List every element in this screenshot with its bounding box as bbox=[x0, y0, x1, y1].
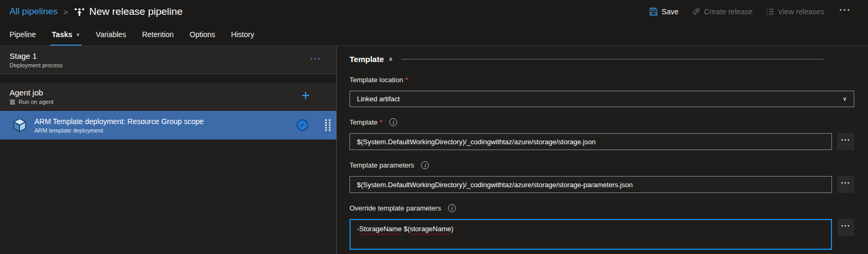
stages-panel: Stage 1 Deployment process ··· Agent job bbox=[0, 46, 337, 254]
info-icon[interactable]: i bbox=[448, 204, 456, 212]
info-icon[interactable]: i bbox=[421, 161, 429, 169]
section-title: Template bbox=[350, 55, 384, 64]
override-parameters-edit-button[interactable]: ··· bbox=[837, 219, 854, 236]
field-template: Template * i ··· bbox=[350, 118, 854, 150]
rocket-icon bbox=[692, 7, 700, 16]
panel-gap bbox=[0, 74, 336, 83]
breadcrumb-separator-icon: > bbox=[64, 7, 68, 16]
agent-icon bbox=[10, 99, 15, 105]
override-parameters-input[interactable]: -StorageName $(storageName) bbox=[350, 219, 832, 250]
tab-options[interactable]: Options bbox=[190, 23, 215, 46]
field-template-parameters: Template parameters i ··· bbox=[350, 161, 854, 193]
stage-title: Stage 1 bbox=[10, 51, 62, 60]
content-area: Stage 1 Deployment process ··· Agent job bbox=[0, 46, 868, 254]
tab-tasks-label: Tasks bbox=[52, 30, 73, 39]
task-drag-handle[interactable] bbox=[325, 119, 331, 131]
view-releases-label: View releases bbox=[778, 7, 824, 16]
save-label: Save bbox=[661, 7, 678, 16]
stage-more-button[interactable]: ··· bbox=[310, 54, 321, 66]
breadcrumb: All pipelines > New release pipeline bbox=[10, 6, 183, 17]
chevron-down-icon: ∨ bbox=[76, 32, 80, 37]
ellipsis-icon: ··· bbox=[841, 178, 851, 187]
create-release-button[interactable]: Create release bbox=[692, 6, 753, 17]
agent-job-text: Agent job Run on agent bbox=[10, 88, 53, 105]
release-pipeline-editor: All pipelines > New release pipeline bbox=[0, 0, 868, 254]
task-settings-panel: Template ∧ Template location * Linked ar… bbox=[337, 46, 868, 254]
template-section-header: Template ∧ bbox=[350, 55, 854, 64]
override-template-parameters-label: Override template parameters bbox=[350, 204, 441, 212]
template-location-dropdown[interactable]: Linked artifact ∨ bbox=[350, 91, 854, 107]
save-button[interactable]: Save bbox=[649, 6, 678, 17]
template-browse-button[interactable]: ··· bbox=[837, 133, 854, 150]
chevron-up-icon: ∧ bbox=[389, 56, 393, 63]
section-divider bbox=[401, 59, 824, 59]
template-label: Template bbox=[350, 118, 378, 126]
template-section-toggle[interactable]: Template ∧ bbox=[350, 55, 393, 64]
tab-history-label: History bbox=[231, 30, 254, 39]
command-bar: Save Create release View bbox=[649, 5, 853, 18]
field-template-location: Template location * Linked artifact ∨ bbox=[350, 75, 854, 107]
template-parameters-label: Template parameters bbox=[350, 161, 414, 169]
task-item-arm-template-deployment[interactable]: ARM Template deployment: Resource Group … bbox=[0, 111, 336, 139]
save-icon bbox=[649, 7, 658, 16]
ellipsis-icon: ··· bbox=[841, 135, 851, 144]
tab-retention-label: Retention bbox=[142, 30, 174, 39]
breadcrumb-all-pipelines-link[interactable]: All pipelines bbox=[10, 6, 58, 17]
info-icon[interactable]: i bbox=[389, 118, 397, 126]
task-text: ARM Template deployment: Resource Group … bbox=[34, 117, 297, 134]
plus-icon: + bbox=[301, 87, 310, 103]
required-marker: * bbox=[380, 118, 382, 126]
ellipsis-icon: ··· bbox=[310, 54, 321, 63]
template-parameters-browse-button[interactable]: ··· bbox=[837, 176, 854, 193]
tab-retention[interactable]: Retention bbox=[142, 23, 174, 46]
agent-job-title: Agent job bbox=[10, 88, 53, 97]
stage-subtitle: Deployment process bbox=[10, 62, 62, 68]
page-title: New release pipeline bbox=[90, 6, 183, 17]
task-subtitle: ARM template deployment bbox=[34, 127, 297, 134]
required-marker: * bbox=[405, 76, 408, 84]
tab-history[interactable]: History bbox=[231, 23, 254, 46]
release-pipeline-icon bbox=[74, 7, 85, 17]
ellipsis-icon: ··· bbox=[841, 221, 851, 230]
arm-template-cube-icon bbox=[12, 117, 28, 133]
task-title: ARM Template deployment: Resource Group … bbox=[34, 117, 297, 126]
ellipsis-icon: ··· bbox=[839, 5, 851, 14]
stage-text: Stage 1 Deployment process bbox=[10, 51, 62, 68]
view-releases-button[interactable]: View releases bbox=[766, 6, 824, 17]
header-bar: All pipelines > New release pipeline bbox=[0, 0, 868, 23]
tab-tasks[interactable]: Tasks ∨ bbox=[52, 23, 80, 46]
template-parameters-path-input[interactable] bbox=[350, 176, 832, 193]
agent-job-subtitle: Run on agent bbox=[19, 99, 53, 105]
tab-pipeline[interactable]: Pipeline bbox=[10, 23, 36, 46]
agent-job-card[interactable]: Agent job Run on agent + bbox=[0, 83, 336, 111]
list-icon bbox=[766, 7, 774, 16]
tab-options-label: Options bbox=[190, 30, 215, 39]
more-actions-button[interactable]: ··· bbox=[837, 5, 853, 18]
add-task-button[interactable]: + bbox=[301, 89, 310, 105]
chevron-down-icon: ∨ bbox=[843, 95, 847, 102]
stage-card[interactable]: Stage 1 Deployment process ··· bbox=[0, 46, 336, 74]
field-override-template-parameters: Override template parameters i -StorageN… bbox=[350, 204, 854, 250]
template-location-label: Template location bbox=[350, 76, 403, 84]
tab-variables-label: Variables bbox=[96, 30, 126, 39]
template-path-input[interactable] bbox=[350, 133, 832, 150]
tab-variables[interactable]: Variables bbox=[96, 23, 126, 46]
create-release-label: Create release bbox=[704, 7, 753, 16]
tab-pipeline-label: Pipeline bbox=[10, 30, 36, 39]
task-enabled-check-icon: ✓ bbox=[297, 119, 308, 131]
tab-bar: Pipeline Tasks ∨ Variables Retention Opt… bbox=[0, 23, 868, 46]
template-location-value: Linked artifact bbox=[357, 95, 400, 103]
